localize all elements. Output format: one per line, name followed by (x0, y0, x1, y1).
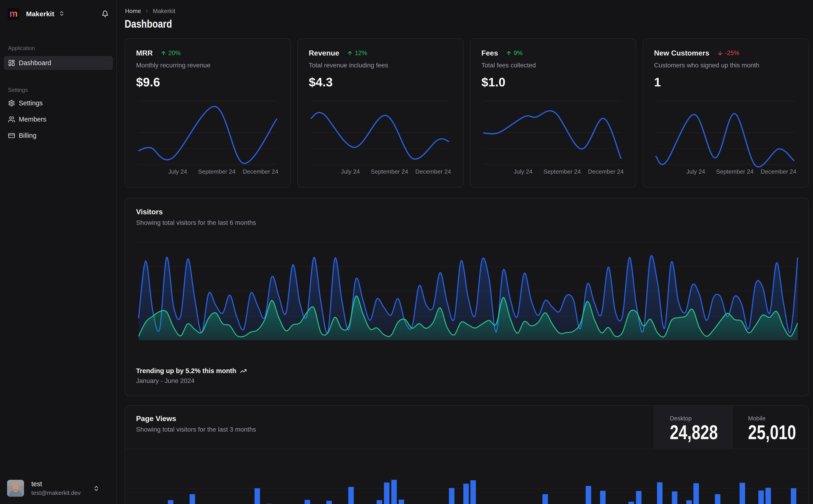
svg-text:m: m (9, 8, 18, 19)
